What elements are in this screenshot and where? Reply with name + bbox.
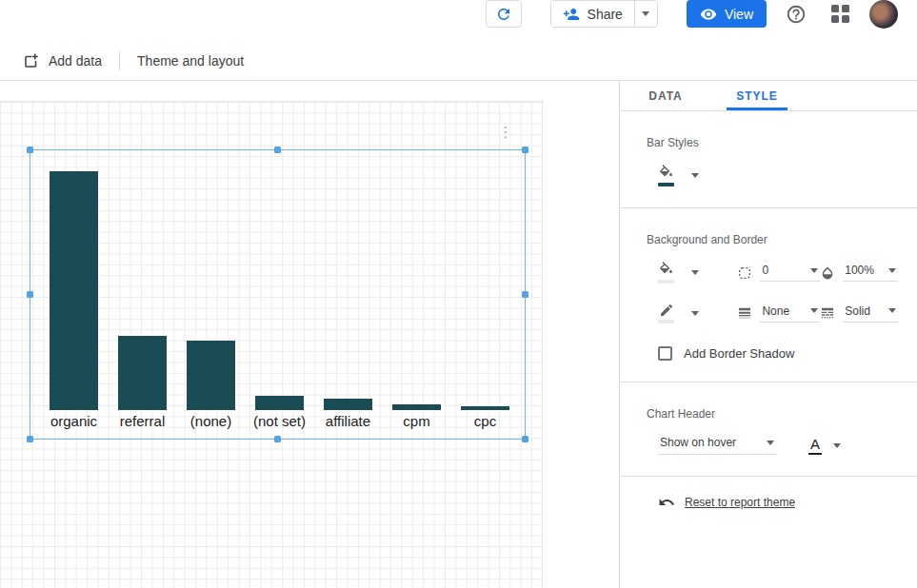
add-data-icon (23, 52, 40, 69)
add-data-label: Add data (49, 53, 102, 69)
resize-handle-top-right[interactable] (522, 147, 528, 153)
resize-handle-bottom-left[interactable] (27, 436, 33, 442)
background-color-dropdown[interactable] (689, 268, 701, 277)
person-add-icon (563, 6, 580, 23)
section-title: Background and Border (647, 233, 898, 246)
border-shadow-checkbox[interactable] (658, 346, 672, 361)
bar-label: organic (50, 410, 97, 432)
bar-organic[interactable] (50, 171, 98, 410)
bar-referral[interactable] (118, 336, 167, 410)
opacity-select[interactable]: 100% (843, 264, 898, 282)
bar-label: cpm (403, 410, 429, 432)
help-icon (786, 4, 807, 25)
apps-grid-button[interactable] (826, 0, 854, 28)
bar-label: (none) (190, 410, 231, 432)
pen-icon (659, 303, 674, 318)
refresh-button[interactable] (486, 0, 522, 28)
chevron-down-icon (691, 270, 699, 275)
resize-handle-middle-right[interactable] (522, 291, 528, 298)
section-chart-header: Chart Header Show on hover A (620, 382, 917, 476)
chevron-down-icon (833, 443, 841, 448)
chevron-down-icon (888, 308, 896, 313)
edit-toolbar: Add data Theme and layout (0, 41, 917, 81)
section-bar-styles: Bar Styles (620, 111, 917, 207)
undo-icon (658, 494, 675, 511)
share-button[interactable]: Share (551, 1, 634, 27)
panel-footer: Reset to report theme (620, 477, 917, 511)
opacity-value: 100% (845, 264, 874, 277)
section-title: Bar Styles (647, 136, 898, 149)
chevron-down-icon (810, 268, 818, 273)
bar-chart[interactable]: organicreferral(none)(not set)affiliatec… (50, 150, 509, 432)
border-weight-value: None (762, 304, 789, 318)
tab-data-label: DATA (648, 89, 683, 103)
chevron-down-icon (691, 311, 699, 316)
border-style-value: Solid (845, 304, 870, 318)
help-button[interactable] (782, 0, 810, 28)
theme-layout-button[interactable]: Theme and layout (128, 48, 253, 74)
border-weight-select[interactable]: None (760, 304, 820, 323)
resize-handle-bottom-right[interactable] (522, 436, 528, 442)
paint-bucket-icon (658, 165, 674, 181)
header-font-color-control[interactable]: A (808, 436, 841, 455)
corner-radius-value: 0 (762, 264, 768, 277)
bar-affiliate[interactable] (324, 399, 372, 410)
add-data-button[interactable]: Add data (13, 47, 111, 75)
corner-radius-icon (737, 265, 752, 281)
chart-selection[interactable]: organicreferral(none)(not set)affiliatec… (30, 149, 526, 440)
eye-icon (700, 6, 717, 23)
font-color-icon: A (808, 436, 822, 455)
share-button-group: Share (550, 0, 658, 28)
resize-handle-top-left[interactable] (27, 147, 33, 153)
bar-group: (not set) (255, 150, 304, 432)
bar-label: cpc (474, 410, 496, 432)
share-label: Share (588, 7, 623, 22)
bar-fill-color-indicator (658, 183, 674, 186)
paint-bucket-icon (658, 262, 674, 278)
background-color-indicator (658, 280, 674, 284)
chevron-down-icon (642, 11, 649, 16)
border-shadow-option[interactable]: Add Border Shadow (658, 346, 898, 361)
corner-radius-select[interactable]: 0 (760, 264, 820, 282)
resize-handle-middle-left[interactable] (27, 291, 33, 298)
background-color-button[interactable] (658, 262, 674, 284)
chevron-down-icon (810, 308, 818, 313)
bar-label: referral (120, 410, 166, 432)
view-button[interactable]: View (687, 0, 767, 28)
bar-label: affiliate (326, 410, 370, 432)
panel-tabs: DATA STYLE (620, 81, 917, 111)
bar-label: (not set) (253, 410, 306, 432)
reset-theme-link[interactable]: Reset to report theme (685, 496, 795, 509)
bar-fill-color-button[interactable] (658, 165, 674, 186)
bar-group: cpc (461, 150, 509, 432)
border-color-dropdown[interactable] (689, 309, 701, 318)
chevron-down-icon (767, 441, 774, 445)
bar-group: affiliate (324, 150, 372, 432)
bar-group: organic (50, 150, 98, 432)
chart-options-menu[interactable]: ⋮ (497, 127, 514, 147)
share-dropdown-button[interactable] (634, 1, 657, 27)
border-style-select[interactable]: Solid (843, 304, 898, 323)
refresh-icon (495, 6, 512, 23)
bar-group: referral (118, 150, 167, 432)
workspace: ⋮ organicreferral(none)(not set)affiliat… (0, 81, 917, 588)
line-style-icon (820, 305, 835, 321)
chart-header-visibility-select[interactable]: Show on hover (658, 436, 776, 455)
resize-handle-bottom-middle[interactable] (274, 436, 281, 442)
bar-(none)[interactable] (187, 341, 235, 410)
border-shadow-label: Add Border Shadow (684, 346, 794, 361)
app-root: Share View (0, 0, 917, 588)
chevron-down-icon (888, 268, 896, 273)
tab-style[interactable]: STYLE (711, 81, 803, 110)
chart-header-visibility-value: Show on hover (660, 436, 736, 449)
properties-panel: DATA STYLE Bar Styles (619, 81, 917, 588)
bar-(not set)[interactable] (255, 396, 304, 410)
tab-data[interactable]: DATA (620, 81, 711, 110)
border-color-indicator (658, 320, 674, 323)
border-color-button[interactable] (658, 303, 674, 323)
avatar[interactable] (869, 0, 898, 29)
bar-fill-color-dropdown[interactable] (689, 171, 701, 180)
tab-style-label: STYLE (736, 89, 778, 103)
toolbar-divider (119, 51, 120, 70)
report-canvas[interactable]: ⋮ organicreferral(none)(not set)affiliat… (0, 101, 543, 588)
